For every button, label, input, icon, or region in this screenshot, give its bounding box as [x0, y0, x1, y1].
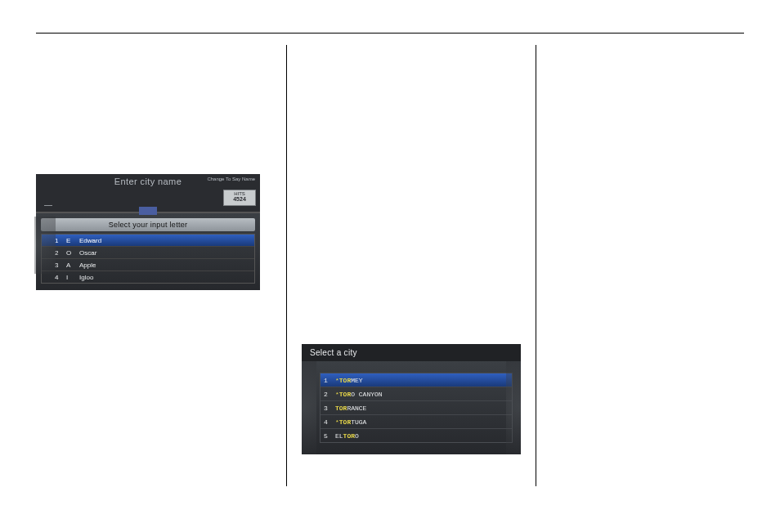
input-letter-list: 1 E Edward 2 O Oscar 3 A [41, 234, 255, 284]
column-divider [536, 45, 536, 486]
column-divider [286, 45, 287, 486]
scroll-arc-left[interactable] [302, 361, 316, 454]
device2-title: Select a city [302, 344, 521, 361]
scroll-arc-left[interactable] [34, 217, 56, 274]
input-letter-banner: Select your input letter [41, 218, 255, 231]
down-arrow-icon[interactable] [139, 207, 157, 215]
list-item[interactable]: 2 *TORO CANYON [321, 387, 512, 400]
list-item[interactable]: 3 A Apple [42, 258, 254, 270]
list-item[interactable]: 1 E Edward [42, 235, 254, 246]
input-caret: — [44, 200, 52, 209]
select-city-device: Select a city 1 *TORMEY 2 *TORO CANYON [302, 344, 521, 454]
column-3 [551, 45, 744, 486]
list-item[interactable]: 5 EL TORO [321, 428, 512, 442]
city-list: 1 *TORMEY 2 *TORO CANYON 3 TORRANCE 4 [320, 373, 513, 443]
list-item[interactable]: 4 I Igloo [42, 270, 254, 283]
enter-city-device: Enter city name Change To Say Name HITS … [36, 174, 260, 290]
list-item[interactable]: 2 O Oscar [42, 246, 254, 258]
list-item[interactable]: 1 *TORMEY [321, 373, 512, 387]
list-item[interactable]: 4 *TORTUGA [321, 414, 512, 428]
change-to-say-name[interactable]: Change To Say Name [207, 177, 255, 182]
top-rule [36, 33, 744, 34]
hits-counter: HITS 4524 [223, 190, 256, 206]
scroll-arc-right[interactable] [506, 361, 521, 454]
list-item[interactable]: 3 TORRANCE [321, 400, 512, 414]
